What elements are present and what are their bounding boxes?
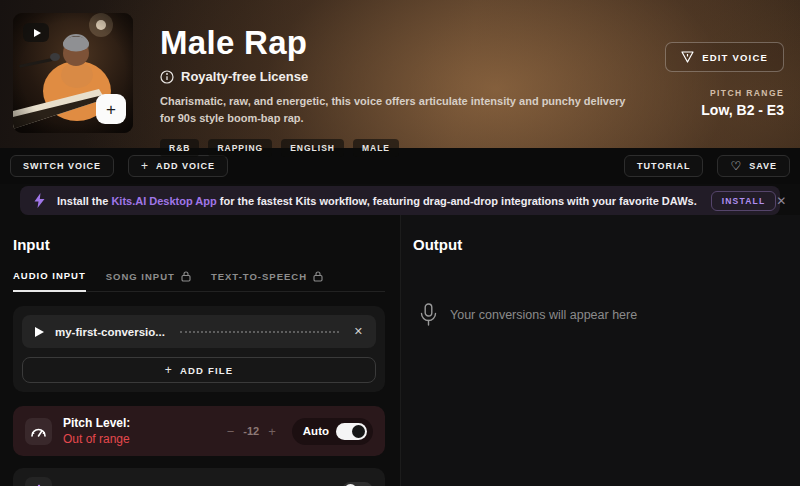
pitch-level-label: Pitch Level: [63,416,130,430]
pitch-level-card: Pitch Level: Out of range − -12 + Auto [13,406,385,456]
pitch-increment-button[interactable]: + [268,425,276,438]
remove-file-icon[interactable]: ✕ [354,325,363,338]
pitch-correction-card: PITCH CORRECTION [13,468,385,486]
tab-audio-input-label: AUDIO INPUT [13,270,86,281]
add-file-label: ADD FILE [180,365,233,376]
output-empty-message: Your conversions will appear here [450,308,637,322]
output-panel: Output Your conversions will appear here [400,215,800,486]
gauge-icon [25,418,52,445]
toggle-knob [352,425,365,438]
tab-text-to-speech-label: TEXT-TO-SPEECH [211,271,307,282]
edit-voice-button[interactable]: EDIT VOICE [665,42,784,72]
plus-icon: + [165,364,173,376]
lock-icon [313,271,323,282]
tune-icon [681,51,694,63]
license-label: Royalty-free License [181,69,308,84]
audio-file-name: my-first-conversio... [55,326,165,338]
pitch-range-label: PITCH RANGE [710,88,784,98]
banner-text-suffix: for the fastest Kits workflow, featuring… [217,195,697,207]
auto-pitch-toggle[interactable] [336,423,367,440]
lock-icon [181,271,191,282]
audio-file-card: my-first-conversio... ✕ + ADD FILE [13,306,385,392]
desktop-app-banner: Install the Kits.AI Desktop App for the … [20,186,780,215]
add-voice-button[interactable]: + ADD VOICE [128,155,228,177]
add-image-button[interactable]: + [96,94,126,124]
play-icon[interactable] [35,327,44,337]
banner-close-icon[interactable]: ✕ [776,194,786,208]
info-icon [160,70,174,84]
pitch-correction-toggle[interactable] [342,482,373,486]
voice-artwork[interactable]: + [13,13,133,133]
voice-description: Charismatic, raw, and energetic, this vo… [160,93,630,127]
tutorial-button[interactable]: TUTORIAL [624,155,703,177]
tab-audio-input[interactable]: AUDIO INPUT [13,266,86,292]
pitch-range-value: Low, B2 - E3 [701,102,784,118]
save-button[interactable]: ♡ SAVE [717,155,790,177]
output-heading: Output [413,236,800,253]
add-voice-label: ADD VOICE [156,161,215,171]
tag-style: RAPPING [208,139,272,157]
tag-language: ENGLISH [281,139,344,157]
tutorial-label: TUTORIAL [637,161,690,171]
pitch-value: -12 [243,425,259,437]
save-label: SAVE [749,161,777,171]
switch-voice-label: SWITCH VOICE [23,161,101,171]
add-file-button[interactable]: + ADD FILE [22,357,376,383]
heart-icon: ♡ [730,160,742,172]
tab-text-to-speech[interactable]: TEXT-TO-SPEECH [211,266,323,291]
input-tabs: AUDIO INPUT SONG INPUT TEXT-TO-SPEECH [13,266,385,292]
switch-voice-button[interactable]: SWITCH VOICE [10,155,114,177]
waveform-placeholder[interactable] [180,331,339,333]
tag-row: R&B RAPPING ENGLISH MALE [160,139,630,157]
banner-text-prefix: Install the [57,195,111,207]
tab-song-input[interactable]: SONG INPUT [106,266,191,291]
plus-icon: + [106,101,116,118]
install-button[interactable]: INSTALL [711,191,777,211]
page-title: Male Rap [160,24,630,62]
input-heading: Input [13,236,385,253]
microphone-icon [420,303,437,326]
pitch-correction-icon [25,477,52,486]
output-empty-state: Your conversions will appear here [420,303,800,326]
play-icon [34,29,41,37]
voice-hero: + Male Rap Royalty-free License Charisma… [0,0,800,148]
edit-voice-label: EDIT VOICE [702,52,768,63]
auto-label: Auto [303,425,329,437]
input-panel: Input AUDIO INPUT SONG INPUT TEXT-TO-SPE… [0,215,400,486]
tag-gender: MALE [353,139,399,157]
tag-genre: R&B [160,139,199,157]
desktop-app-link[interactable]: Kits.AI Desktop App [111,195,216,207]
audio-player: my-first-conversio... ✕ [22,315,376,348]
auto-pitch-control: Auto [292,418,373,445]
pitch-decrement-button[interactable]: − [227,425,235,438]
lightning-icon [34,193,45,208]
plus-icon: + [141,160,149,172]
pitch-stepper: − -12 + [227,425,276,438]
banner-text: Install the Kits.AI Desktop App for the … [57,195,697,207]
pitch-out-of-range-warning: Out of range [63,432,130,446]
license-row: Royalty-free License [160,69,630,84]
tab-song-input-label: SONG INPUT [106,271,175,282]
preview-play-button[interactable] [23,23,49,42]
